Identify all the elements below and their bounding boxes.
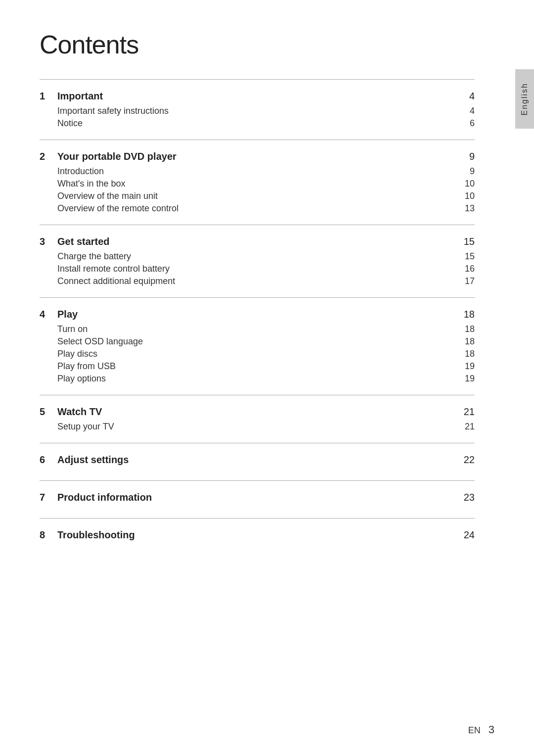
toc-sub-item: Play options19 <box>57 374 475 384</box>
footer-lang: EN <box>468 725 481 736</box>
section-page-7: 23 <box>460 492 475 503</box>
section-page-1: 4 <box>460 91 475 102</box>
sub-item-title: Notice <box>57 118 83 129</box>
toc-section-7: 7Product information23 <box>40 480 475 518</box>
sub-item-page: 6 <box>460 118 475 129</box>
section-title-8: Troubleshooting <box>57 529 460 541</box>
sub-item-page: 17 <box>460 276 475 286</box>
section-title-5: Watch TV <box>57 406 460 418</box>
toc-section-3: 3Get started15Charge the battery15Instal… <box>40 225 475 297</box>
sub-item-title: Charge the battery <box>57 251 131 262</box>
section-title-4: Play <box>57 309 460 320</box>
sub-item-title: Play discs <box>57 349 97 359</box>
footer-page-number: 3 <box>489 723 494 736</box>
sub-item-title: Important safety instructions <box>57 106 169 116</box>
sub-item-title: Connect additional equipment <box>57 276 175 286</box>
toc-sub-item: Overview of the main unit10 <box>57 191 475 201</box>
sub-item-title: Overview of the main unit <box>57 191 158 201</box>
sub-item-title: Turn on <box>57 324 88 334</box>
footer: EN 3 <box>468 723 494 736</box>
toc-section-header-1: 1Important4 <box>40 91 475 102</box>
section-page-5: 21 <box>460 406 475 418</box>
toc-sub-item: Play discs18 <box>57 349 475 359</box>
section-title-2: Your portable DVD player <box>57 151 460 162</box>
sub-item-page: 10 <box>460 191 475 201</box>
section-number-8: 8 <box>40 529 57 541</box>
sub-item-page: 15 <box>460 251 475 262</box>
sub-item-page: 18 <box>460 349 475 359</box>
sub-item-page: 4 <box>460 106 475 116</box>
sub-item-title: Introduction <box>57 166 104 177</box>
page-title: Contents <box>40 30 475 59</box>
sub-item-title: What's in the box <box>57 179 126 189</box>
toc-sub-item: Introduction9 <box>57 166 475 177</box>
toc-sub-item: Charge the battery15 <box>57 251 475 262</box>
section-page-2: 9 <box>460 151 475 162</box>
section-page-6: 22 <box>460 454 475 466</box>
sub-item-page: 9 <box>460 166 475 177</box>
toc-sub-item: Setup your TV21 <box>57 422 475 432</box>
toc-section-header-3: 3Get started15 <box>40 236 475 247</box>
toc-section-2: 2Your portable DVD player9Introduction9W… <box>40 140 475 225</box>
section-page-3: 15 <box>460 236 475 247</box>
sub-item-page: 10 <box>460 179 475 189</box>
section-title-7: Product information <box>57 492 460 503</box>
section-number-4: 4 <box>40 309 57 320</box>
sub-item-page: 18 <box>460 324 475 334</box>
sub-item-title: Select OSD language <box>57 336 143 347</box>
sub-item-title: Setup your TV <box>57 422 114 432</box>
toc-section-header-4: 4Play18 <box>40 309 475 320</box>
page-container: English Contents 1Important4Important sa… <box>0 0 534 756</box>
section-number-2: 2 <box>40 151 57 162</box>
section-number-3: 3 <box>40 236 57 247</box>
toc-section-header-8: 8Troubleshooting24 <box>40 529 475 541</box>
toc-section-6: 6Adjust settings22 <box>40 443 475 480</box>
sub-item-title: Install remote control battery <box>57 264 170 274</box>
toc-section-header-7: 7Product information23 <box>40 492 475 503</box>
section-number-6: 6 <box>40 454 57 466</box>
toc-sub-item: Turn on18 <box>57 324 475 334</box>
section-page-8: 24 <box>460 529 475 541</box>
sub-item-page: 16 <box>460 264 475 274</box>
sub-item-title: Overview of the remote control <box>57 203 178 214</box>
sub-item-title: Play from USB <box>57 361 116 372</box>
sub-item-title: Play options <box>57 374 106 384</box>
sub-item-page: 21 <box>460 422 475 432</box>
toc-section-1: 1Important4Important safety instructions… <box>40 79 475 140</box>
toc-section-4: 4Play18Turn on18Select OSD language18Pla… <box>40 297 475 395</box>
toc-sub-item: What's in the box10 <box>57 179 475 189</box>
toc-container: 1Important4Important safety instructions… <box>40 79 475 556</box>
sub-item-page: 13 <box>460 203 475 214</box>
toc-sub-item: Play from USB19 <box>57 361 475 372</box>
toc-section-header-2: 2Your portable DVD player9 <box>40 151 475 162</box>
toc-sub-item: Overview of the remote control13 <box>57 203 475 214</box>
toc-sub-item: Notice6 <box>57 118 475 129</box>
section-title-6: Adjust settings <box>57 454 460 466</box>
sub-item-page: 18 <box>460 336 475 347</box>
side-tab-label: English <box>520 83 529 115</box>
toc-section-header-5: 5Watch TV21 <box>40 406 475 418</box>
section-title-1: Important <box>57 91 460 102</box>
main-content: Contents 1Important4Important safety ins… <box>40 30 475 556</box>
section-number-5: 5 <box>40 406 57 418</box>
section-title-3: Get started <box>57 236 460 247</box>
section-number-1: 1 <box>40 91 57 102</box>
toc-section-header-6: 6Adjust settings22 <box>40 454 475 466</box>
toc-section-5: 5Watch TV21Setup your TV21 <box>40 395 475 443</box>
section-number-7: 7 <box>40 492 57 503</box>
sub-item-page: 19 <box>460 361 475 372</box>
toc-section-8: 8Troubleshooting24 <box>40 518 475 556</box>
toc-sub-item: Important safety instructions4 <box>57 106 475 116</box>
toc-sub-item: Install remote control battery16 <box>57 264 475 274</box>
section-page-4: 18 <box>460 309 475 320</box>
toc-sub-item: Select OSD language18 <box>57 336 475 347</box>
sub-item-page: 19 <box>460 374 475 384</box>
side-tab: English <box>515 69 534 129</box>
toc-sub-item: Connect additional equipment17 <box>57 276 475 286</box>
